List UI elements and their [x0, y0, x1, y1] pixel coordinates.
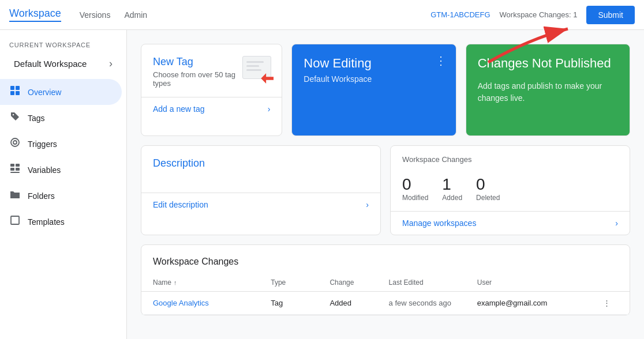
ws-stat-deleted-num: 0 — [476, 175, 500, 194]
ws-stat-added-num: 1 — [442, 175, 462, 194]
changes-table-header: Name ↑ Type Change Last Edited User — [141, 274, 630, 292]
new-tag-card: New Tag Choose from over 50 tag types — [141, 44, 282, 136]
th-last-edited: Last Edited — [389, 278, 477, 287]
svg-rect-12 — [10, 172, 20, 173]
top-nav: Workspace Versions Admin GTM-1ABCDEFG Wo… — [0, 0, 644, 30]
td-last-edited: a few seconds ago — [389, 299, 477, 307]
main-content: New Tag Choose from over 50 tag types — [127, 30, 644, 339]
edit-description-label: Edit description — [153, 200, 208, 209]
description-card-title-wrap: Description — [141, 146, 380, 193]
ws-changes-label: Workspace Changes — [402, 155, 618, 164]
manage-workspaces-link[interactable]: Manage workspaces › — [391, 211, 630, 235]
td-type: Tag — [271, 299, 330, 307]
new-tag-card-title-area: New Tag Choose from over 50 tag types — [153, 56, 242, 88]
sidebar-item-triggers-label: Triggers — [28, 140, 57, 149]
sidebar-item-overview-label: Overview — [28, 88, 61, 97]
not-published-card: Changes Not Published Add tags and publi… — [466, 44, 630, 136]
chevron-right-icon-desc: › — [366, 200, 369, 209]
now-editing-card: ⋮ Now Editing Default Workspace — [291, 44, 456, 136]
sidebar-item-templates[interactable]: Templates — [0, 209, 122, 235]
th-name-label: Name — [153, 278, 171, 287]
tag-line-3 — [246, 69, 261, 71]
changes-table-title: Workspace Changes — [141, 245, 630, 274]
triggers-icon — [9, 137, 21, 151]
current-workspace-label: CURRENT WORKSPACE — [0, 35, 126, 51]
folders-icon — [9, 189, 21, 203]
tag-line-2 — [246, 65, 259, 67]
svg-rect-11 — [16, 168, 20, 171]
th-change: Change — [330, 278, 388, 287]
app-title[interactable]: Workspace — [9, 7, 61, 22]
templates-icon — [9, 214, 21, 229]
sidebar-item-tags[interactable]: Tags — [0, 105, 122, 131]
add-new-tag-link[interactable]: Add a new tag › — [141, 97, 282, 120]
sidebar-item-folders-label: Folders — [28, 191, 55, 201]
add-new-tag-label: Add a new tag — [153, 104, 205, 114]
chevron-right-icon: › — [109, 58, 113, 70]
tag-icon-bg — [242, 56, 271, 79]
nav-tab-admin[interactable]: Admin — [124, 8, 147, 22]
now-editing-menu-icon[interactable]: ⋮ — [435, 54, 447, 67]
workspace-changes-count: Workspace Changes: 1 — [500, 10, 578, 19]
row-actions-menu[interactable]: ⋮ — [595, 299, 618, 307]
sidebar-item-variables[interactable]: Variables — [0, 157, 122, 183]
changes-table-card: Workspace Changes Name ↑ Type Change Las… — [141, 244, 630, 315]
workspace-selector[interactable]: Default Workspace › — [5, 53, 122, 74]
variables-icon — [9, 163, 21, 177]
th-actions — [595, 278, 618, 287]
cards-row-bottom: Description Edit description › Workspace… — [141, 145, 630, 235]
nav-tab-versions[interactable]: Versions — [80, 8, 111, 22]
gtm-id: GTM-1ABCDEFG — [430, 10, 490, 19]
ws-changes-top: Workspace Changes — [391, 146, 630, 175]
tag-line-1 — [246, 61, 264, 63]
ws-stat-modified-label: Modified — [402, 194, 428, 202]
ws-stat-added-label: Added — [442, 194, 462, 202]
overview-icon — [9, 85, 21, 99]
new-tag-card-top: New Tag Choose from over 50 tag types — [141, 44, 282, 92]
edit-description-link[interactable]: Edit description › — [141, 193, 380, 216]
new-tag-card-subtitle: Choose from over 50 tag types — [153, 68, 242, 88]
sidebar-item-folders[interactable]: Folders — [0, 183, 122, 209]
description-card: Description Edit description › — [141, 145, 381, 235]
not-published-title: Changes Not Published — [478, 56, 618, 71]
chevron-right-icon-tag: › — [268, 104, 271, 114]
sidebar-nav: Overview Tags Triggers — [0, 79, 126, 235]
th-user: User — [477, 278, 595, 287]
svg-rect-3 — [10, 91, 14, 95]
ws-stat-deleted-label: Deleted — [476, 194, 500, 202]
sidebar-item-variables-label: Variables — [28, 165, 61, 175]
svg-point-5 — [13, 114, 14, 115]
new-tag-card-title: New Tag — [153, 56, 242, 68]
svg-rect-2 — [16, 86, 20, 90]
svg-rect-9 — [16, 164, 20, 167]
sidebar-item-overview[interactable]: Overview — [0, 79, 122, 105]
td-change: Added — [330, 299, 388, 307]
workspace-changes-stats-card: Workspace Changes 0 Modified 1 Added 0 D… — [390, 145, 630, 235]
workspace-name: Default Workspace — [14, 59, 87, 69]
th-type: Type — [271, 278, 330, 287]
sidebar: CURRENT WORKSPACE Default Workspace › Ov… — [0, 30, 127, 339]
not-published-body: Add tags and publish to make your change… — [478, 80, 618, 104]
ws-stat-deleted: 0 Deleted — [476, 175, 500, 202]
td-user: example@gmail.com — [477, 299, 595, 307]
manage-workspaces-label: Manage workspaces — [402, 219, 476, 228]
submit-button[interactable]: Submit — [586, 6, 635, 24]
chevron-right-icon-ws: › — [615, 219, 618, 228]
svg-point-6 — [11, 138, 19, 146]
table-row: Google Analytics Tag Added a few seconds… — [141, 292, 630, 315]
tags-icon — [9, 111, 21, 125]
svg-point-7 — [13, 141, 17, 144]
description-card-title: Description — [153, 157, 369, 170]
now-editing-subtitle: Default Workspace — [304, 74, 444, 84]
sidebar-item-templates-label: Templates — [28, 217, 65, 227]
svg-rect-1 — [10, 86, 14, 90]
ws-stat-modified: 0 Modified — [402, 175, 428, 202]
svg-rect-13 — [11, 216, 19, 224]
th-name: Name ↑ — [153, 278, 271, 287]
sidebar-item-triggers[interactable]: Triggers — [0, 131, 122, 157]
sidebar-item-tags-label: Tags — [28, 114, 45, 123]
svg-rect-10 — [10, 168, 14, 171]
svg-rect-8 — [10, 164, 14, 167]
td-name-google-analytics[interactable]: Google Analytics — [153, 299, 271, 307]
tag-icon — [242, 56, 271, 82]
